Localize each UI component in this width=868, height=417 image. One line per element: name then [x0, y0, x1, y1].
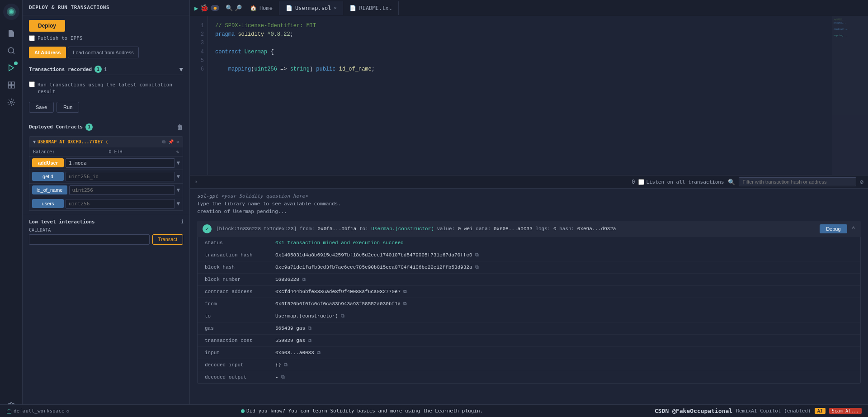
nav-icon-plugin[interactable] — [4, 78, 19, 92]
deployed-title: Deployed Contracts 1 — [29, 123, 93, 131]
tx-detail-val-input: 0x608...a0033 ⧉ — [275, 350, 321, 355]
tx-detail-val-decoded-input: {} ⧉ — [275, 362, 288, 368]
contract-instance: ▼ USERMAP AT 0XCFD...770E7 ( ⧉ 📌 ✕ Balan… — [29, 136, 183, 211]
tx-detail-key-contractaddr: contract address — [205, 289, 268, 294]
deploy-button[interactable]: Deploy — [29, 20, 65, 32]
readme-file-icon: 📄 — [349, 5, 356, 11]
tx-filter-input[interactable] — [739, 177, 856, 186]
toggle-icon[interactable]: ● — [211, 5, 219, 11]
zoom-out-icon[interactable]: 🔍 — [226, 5, 233, 11]
tx-panel-header: › 0 Listen on all transactions 🔍 ⊘ — [190, 175, 868, 189]
copy-from-icon[interactable]: ⧉ — [403, 301, 407, 307]
id-of-name-expand-icon[interactable]: ▼ — [177, 187, 180, 193]
getid-input[interactable] — [66, 172, 175, 181]
copy-decoded-input-icon[interactable]: ⧉ — [284, 362, 288, 368]
transactions-section-header: Transactions recorded 1 ℹ ▼ — [29, 62, 183, 75]
tx-expand-icon[interactable]: ⌃ — [852, 225, 855, 232]
debug-button[interactable]: Debug — [820, 224, 847, 233]
icon-sidebar — [0, 0, 23, 417]
getid-button[interactable]: getid — [32, 172, 64, 181]
tx-search-icon[interactable]: 🔍 — [728, 179, 735, 185]
svg-point-2 — [10, 10, 13, 13]
adduser-expand-icon[interactable]: ▼ — [177, 160, 180, 166]
tx-detail-val-blocknumber: 16836228 ⧉ — [275, 277, 306, 282]
line-numbers: 1 2 3 4 5 6 — [190, 16, 208, 175]
publish-ipfs-checkbox[interactable] — [29, 35, 35, 41]
save-button[interactable]: Save — [29, 102, 54, 113]
transactions-info-icon[interactable]: ℹ — [104, 66, 106, 72]
tx-entry-header[interactable]: ✓ [block:16836228 txIndex:23] from: 0x0f… — [197, 221, 861, 237]
tx-success-icon: ✓ — [203, 224, 212, 233]
deploy-panel-content: Deploy Publish to IPFS At Address Load c… — [23, 15, 189, 117]
remix-ai-label: RemixAI Copilot (enabled) — [736, 408, 811, 414]
contract-close-icon[interactable]: ✕ — [176, 139, 179, 145]
compile-icon[interactable]: 🐞 — [200, 4, 209, 12]
tx-detail-key-decoded-output: decoded output — [205, 374, 268, 380]
code-line-1: // SPDX-License-Identifier: MIT — [215, 22, 861, 30]
copy-txhash-icon[interactable]: ⧉ — [475, 252, 479, 258]
tx-detail-val-blockhash: 0xe9a71dc1fafb3cd3fb7ac6eee785e90b015cca… — [275, 265, 479, 270]
contract-copy-icon[interactable]: ⧉ — [162, 139, 165, 145]
copy-blocknumber-icon[interactable]: ⧉ — [302, 277, 306, 282]
copy-decoded-output-icon[interactable]: ⧉ — [281, 374, 285, 380]
function-row-adduser: addUser ▼ — [29, 156, 183, 170]
code-content[interactable]: // SPDX-License-Identifier: MIT pragma s… — [208, 16, 868, 175]
run-transactions-row: Run transactions using the latest compil… — [29, 79, 183, 98]
tx-detail-row-input: input 0x608...a0033 ⧉ — [198, 347, 860, 359]
load-contract-button[interactable]: Load contract from Address — [68, 47, 139, 58]
status-right: CSDN @FakeOccupational RemixAI Copilot (… — [655, 408, 862, 414]
copy-to-icon[interactable]: ⧉ — [341, 313, 344, 319]
copy-gas-icon[interactable]: ⧉ — [308, 326, 311, 331]
calldata-input[interactable] — [29, 234, 150, 245]
users-button[interactable]: users — [32, 199, 64, 208]
deployed-delete-icon[interactable]: 🗑 — [177, 123, 183, 131]
transactions-controls: ▼ — [179, 66, 183, 73]
nav-icon-deploy[interactable] — [4, 61, 19, 75]
code-line-2: pragma solidity ^0.8.22; — [215, 30, 861, 39]
tx-detail-key-from: from — [205, 301, 268, 307]
contract-pin-icon[interactable]: 📌 — [168, 139, 174, 145]
tx-detail-row-gas: gas 565439 gas ⧉ — [198, 322, 860, 335]
copy-blockhash-icon[interactable]: ⧉ — [475, 265, 479, 270]
nav-icon-debug[interactable] — [4, 95, 19, 109]
balance-edit-icon[interactable]: ✎ — [176, 149, 179, 154]
run-icon[interactable]: ▶ — [194, 5, 198, 12]
close-usermap-tab[interactable]: ✕ — [334, 5, 336, 10]
at-address-button[interactable]: At Address — [29, 47, 66, 58]
copy-txcost-icon[interactable]: ⧉ — [308, 338, 311, 343]
id-of-name-input[interactable] — [69, 185, 175, 195]
transact-button[interactable]: Transact — [152, 234, 183, 245]
tx-filter-reset-icon[interactable]: ⊘ — [860, 178, 863, 185]
transactions-collapse-icon[interactable]: ▼ — [179, 66, 183, 73]
low-level-header: Low level interactions ℹ — [29, 219, 183, 225]
tx-detail-key-txcost: transaction cost — [205, 338, 268, 343]
nav-icon-files[interactable] — [4, 26, 19, 41]
tab-readme[interactable]: 📄 README.txt — [343, 1, 398, 15]
tab-usermap-sol[interactable]: 📄 Usermap.sol ✕ — [279, 1, 344, 15]
users-input[interactable] — [66, 199, 175, 208]
run-button[interactable]: Run — [57, 102, 79, 113]
transactions-title: Transactions recorded 1 ℹ — [29, 66, 106, 73]
nav-icon-search[interactable] — [4, 43, 19, 58]
copy-input-icon[interactable]: ⧉ — [317, 350, 321, 355]
balance-row: Balance: 0 ETH ✎ — [29, 147, 183, 156]
tx-entry: ✓ [block:16836228 txIndex:23] from: 0x0f… — [197, 221, 861, 384]
contract-collapse-icon[interactable]: ▼ — [33, 139, 36, 144]
listen-all-transactions-checkbox[interactable] — [638, 179, 644, 185]
getid-expand-icon[interactable]: ▼ — [177, 173, 180, 180]
tx-detail-key-blocknumber: block number — [205, 277, 268, 282]
did-you-know-dot — [241, 409, 245, 413]
tx-panel-collapse-icon[interactable]: › — [194, 179, 198, 185]
workspace-refresh-icon[interactable]: ↻ — [66, 408, 70, 414]
adduser-input[interactable] — [66, 158, 175, 168]
users-expand-icon[interactable]: ▼ — [177, 200, 180, 207]
zoom-in-icon[interactable]: 🔎 — [235, 5, 242, 11]
copy-contractaddr-icon[interactable]: ⧉ — [403, 289, 407, 294]
run-transactions-checkbox[interactable] — [29, 81, 35, 87]
id-of-name-button[interactable]: id_of_name — [32, 185, 67, 194]
tx-detail-val-decoded-output: - ⧉ — [275, 374, 285, 380]
adduser-button[interactable]: addUser — [32, 158, 64, 167]
tx-details: status 0x1 Transaction mined and executi… — [197, 237, 861, 384]
low-level-info-icon[interactable]: ℹ — [181, 219, 183, 225]
tab-home[interactable]: 🏠 Home — [244, 1, 279, 15]
